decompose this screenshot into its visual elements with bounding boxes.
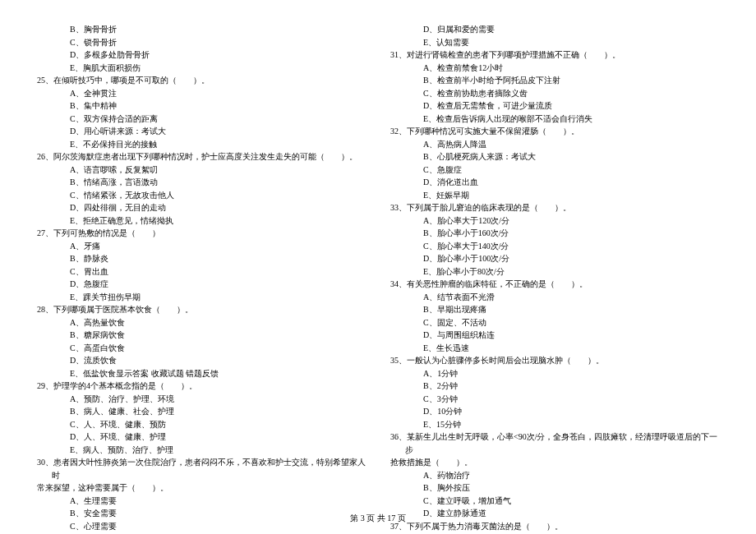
option-text: B、胸外按压 — [390, 481, 719, 495]
option-text: A、检查前禁食12小时 — [390, 62, 719, 75]
option-text: E、检查后告诉病人出现的喉部不适会自行消失 — [390, 113, 719, 126]
option-text: D、用心听讲来源：考试大 — [37, 125, 366, 138]
option-text: A、全神贯注 — [37, 87, 366, 100]
option-text: A、预防、治疗、护理、环境 — [37, 393, 366, 406]
option-text: C、检查前协助患者摘除义齿 — [390, 87, 719, 100]
question-stem: 26、阿尔茨海默症患者出现下列哪种情况时，护士应高度关注发生走失的可能（ ）。 — [37, 150, 366, 163]
option-text: D、流质饮食 — [37, 354, 366, 367]
option-text: A、高热病人降温 — [390, 138, 719, 151]
option-text: D、与周围组织粘连 — [390, 329, 719, 342]
right-column: D、归属和爱的需要 E、认知需要 31、对进行肾镜检查的患者下列哪项护理措施不正… — [390, 23, 719, 499]
option-text: C、胎心率大于140次/分 — [390, 240, 719, 253]
option-text: C、固定、不活动 — [390, 316, 719, 329]
question-stem: 25、在倾听技巧中，哪项是不可取的（ ）。 — [37, 74, 366, 87]
option-text: B、集中精神 — [37, 99, 366, 113]
option-text: D、胎心率小于100次/分 — [390, 252, 719, 265]
option-text: D、10分钟 — [390, 405, 719, 418]
question-stem: 30、患者因大叶性肺炎第一次住院治疗，患者闷闷不乐，不喜欢和护士交流，特别希望家… — [37, 456, 366, 481]
option-text: B、早期出现疼痛 — [390, 303, 719, 316]
question-stem: 34、有关恶性肿瘤的临床特征，不正确的是（ ）。 — [390, 278, 719, 291]
question-stem: 29、护理学的4个基本概念指的是（ ）。 — [37, 380, 366, 393]
option-text: E、认知需要 — [390, 36, 719, 49]
option-text: B、检查前半小时给予阿托品皮下注射 — [390, 74, 719, 87]
option-text: A、药物治疗 — [390, 469, 719, 482]
option-text: E、妊娠早期 — [390, 189, 719, 202]
option-text: B、心肌梗死病人来源：考试大 — [390, 150, 719, 163]
option-text: D、归属和爱的需要 — [390, 23, 719, 36]
option-text: D、检查后无需禁食，可进少量流质 — [390, 99, 719, 113]
question-stem: 35、一般认为心脏骤停多长时间后会出现脑水肿（ ）。 — [390, 354, 719, 367]
option-text: B、2分钟 — [390, 380, 719, 393]
question-stem: 33、下列属于胎儿窘迫的临床表现的是（ ）。 — [390, 201, 719, 214]
option-text: D、多根多处肋骨骨折 — [37, 48, 366, 62]
option-text: E、不必保持目光的接触 — [37, 138, 366, 151]
option-text: B、胎心率小于160次/分 — [390, 227, 719, 240]
option-text: A、牙痛 — [37, 240, 366, 253]
question-stem: 28、下列哪项属于医院基本饮食（ ）。 — [37, 303, 366, 316]
option-text: C、建立呼吸，增加通气 — [390, 495, 719, 508]
option-text: C、胃出血 — [37, 265, 366, 279]
question-stem-continuation: 抢救措施是（ ）。 — [390, 456, 719, 469]
option-text: B、糖尿病饮食 — [37, 329, 366, 342]
left-column: B、胸骨骨折 C、锁骨骨折 D、多根多处肋骨骨折 E、胸肌大面积损伤 25、在倾… — [37, 23, 366, 499]
option-text: B、病人、健康、社会、护理 — [37, 405, 366, 418]
option-text: C、锁骨骨折 — [37, 36, 366, 49]
document-content: B、胸骨骨折 C、锁骨骨折 D、多根多处肋骨骨折 E、胸肌大面积损伤 25、在倾… — [37, 23, 719, 499]
option-text: A、1分钟 — [390, 367, 719, 380]
option-text: E、胎心率小于80次/分 — [390, 265, 719, 279]
option-text: E、拒绝正确意见，情绪拗执 — [37, 214, 366, 228]
option-text: B、胸骨骨折 — [37, 23, 366, 36]
option-text: C、双方保持合适的距离 — [37, 113, 366, 126]
option-text: B、静脉炎 — [37, 252, 366, 265]
option-text: C、3分钟 — [390, 393, 719, 406]
option-text: C、人、环境、健康、预防 — [37, 418, 366, 431]
option-text: E、踝关节扭伤早期 — [37, 291, 366, 304]
question-stem: 27、下列可热敷的情况是（ ） — [37, 227, 366, 240]
question-stem-continuation: 常来探望，这种需要属于（ ）。 — [37, 481, 366, 495]
question-stem: 31、对进行肾镜检查的患者下列哪项护理措施不正确（ ）。 — [390, 48, 719, 62]
option-text: A、高热量饮食 — [37, 316, 366, 329]
page-footer: 第 3 页 共 17 页 — [0, 513, 756, 524]
option-text: E、病人、预防、治疗、护理 — [37, 444, 366, 457]
option-text: A、结节表面不光滑 — [390, 291, 719, 304]
question-stem: 32、下列哪种情况可实施大量不保留灌肠（ ）。 — [390, 125, 719, 138]
option-text: D、四处徘徊，无目的走动 — [37, 201, 366, 214]
option-text: C、情绪紧张，无故攻击他人 — [37, 189, 366, 202]
option-text: E、胸肌大面积损伤 — [37, 62, 366, 75]
option-text: C、高蛋白饮食 — [37, 342, 366, 355]
option-text: D、消化道出血 — [390, 176, 719, 189]
option-text: A、生理需要 — [37, 495, 366, 508]
option-text: D、人、环境、健康、护理 — [37, 430, 366, 444]
option-text: E、15分钟 — [390, 418, 719, 431]
option-text: C、急腹症 — [390, 163, 719, 177]
option-text: D、急腹症 — [37, 278, 366, 291]
option-text: E、生长迅速 — [390, 342, 719, 355]
option-text: A、胎心率大于120次/分 — [390, 214, 719, 228]
option-text: B、情绪高涨，言语激动 — [37, 176, 366, 189]
question-stem: 36、某新生儿出生时无呼吸，心率<90次/分，全身苍白，四肢瘫软，经清理呼吸道后… — [390, 430, 719, 456]
option-text: E、低盐饮食显示答案 收藏试题 错题反馈 — [37, 367, 366, 380]
option-text: A、语言啰嗦，反复絮叨 — [37, 163, 366, 177]
